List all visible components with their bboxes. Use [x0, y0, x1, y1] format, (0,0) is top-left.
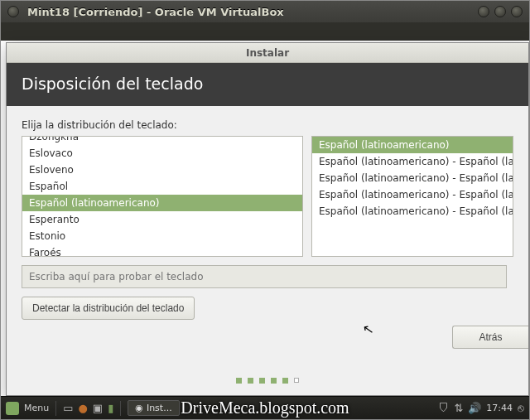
- layout-list[interactable]: Dzongkha Eslovaco Esloveno Español Españ…: [22, 136, 303, 257]
- task-label: Inst...: [147, 403, 172, 413]
- layout-item[interactable]: Faroés: [22, 244, 302, 257]
- disc-icon: ◉: [135, 403, 143, 413]
- separator: [120, 401, 121, 416]
- minimize-button[interactable]: [478, 6, 489, 17]
- tray-shield-icon[interactable]: ⛉: [438, 402, 449, 414]
- progress-dot: [248, 378, 253, 384]
- layout-item[interactable]: Esperanto: [22, 211, 302, 228]
- layout-item[interactable]: Esloveno: [22, 162, 302, 178]
- variant-list[interactable]: Español (latinoamericano) Español (latin…: [311, 136, 513, 257]
- tray-volume-icon[interactable]: 🔊: [468, 402, 481, 414]
- window-socket-icon: [7, 6, 19, 17]
- taskbar: Menu ▭ ● ▣ ▮ ◉ Inst... ⛉ ⇅ 🔊 17:44 ⎋: [1, 396, 529, 419]
- progress-dot: [282, 378, 288, 384]
- tray-user-icon[interactable]: ⎋: [518, 402, 524, 414]
- tray-network-icon[interactable]: ⇅: [454, 402, 463, 414]
- installer-titlebar: Instalar: [7, 43, 528, 63]
- detect-layout-button[interactable]: Detectar la distribución del teclado: [22, 297, 195, 320]
- close-button[interactable]: [511, 6, 523, 17]
- vbox-titlebar: Mint18 [Corriendo] - Oracle VM VirtualBo…: [1, 1, 529, 22]
- layout-item[interactable]: Eslovaco: [22, 145, 302, 162]
- files-icon[interactable]: ▮: [108, 402, 113, 414]
- progress-dot: [271, 378, 277, 384]
- layout-item-selected[interactable]: Español (latinoamericano): [22, 195, 302, 211]
- layout-item[interactable]: Español: [22, 178, 302, 195]
- variant-item-selected[interactable]: Español (latinoamericano): [312, 137, 513, 153]
- firefox-icon[interactable]: ●: [79, 402, 88, 414]
- show-desktop-icon[interactable]: ▭: [63, 402, 73, 414]
- window-title: Mint18 [Corriendo] - Oracle VM VirtualBo…: [27, 6, 473, 18]
- terminal-icon[interactable]: ▣: [93, 402, 103, 414]
- menu-button[interactable]: Menu: [24, 403, 49, 413]
- clock[interactable]: 17:44: [486, 403, 513, 413]
- installer-window: Instalar Disposición del teclado Elija l…: [6, 42, 529, 396]
- vbox-menubar: [1, 22, 529, 41]
- back-button[interactable]: Atrás: [452, 326, 528, 349]
- variant-item[interactable]: Español (latinoamericano) - Español (lat…: [312, 153, 513, 170]
- maximize-button[interactable]: [494, 6, 506, 17]
- test-keyboard-input[interactable]: [22, 265, 507, 288]
- variant-item[interactable]: Español (latinoamericano) - Español (lat…: [312, 203, 513, 220]
- layout-item[interactable]: Dzongkha: [22, 136, 302, 145]
- layout-item[interactable]: Estonio: [22, 228, 302, 244]
- progress-dots: [7, 378, 528, 384]
- variant-item[interactable]: Español (latinoamericano) - Español (lat…: [312, 186, 513, 203]
- page-heading: Disposición del teclado: [7, 63, 528, 106]
- separator: [55, 401, 56, 416]
- progress-dot-inactive: [294, 378, 299, 383]
- installer-content: Elija la distribución del teclado: Dzong…: [7, 106, 528, 328]
- mint-logo-icon[interactable]: [6, 402, 19, 415]
- variant-item[interactable]: Español (latinoamericano) - Español (lat…: [312, 170, 513, 186]
- progress-dot: [259, 378, 265, 384]
- progress-dot: [236, 378, 242, 384]
- task-installer[interactable]: ◉ Inst...: [128, 400, 179, 416]
- layout-prompt: Elija la distribución del teclado:: [22, 119, 513, 131]
